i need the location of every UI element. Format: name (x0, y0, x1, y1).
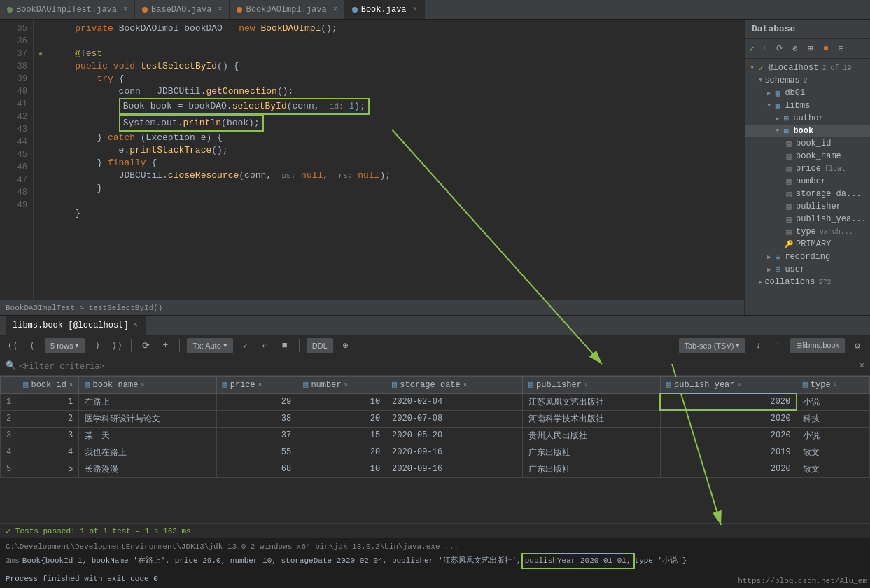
tab-basedao[interactable]: BaseDAO.java × (135, 0, 230, 19)
th-publisher[interactable]: ▤ publisher ⇅ (522, 377, 660, 394)
cell-storage-date[interactable]: 2020-05-20 (386, 427, 523, 444)
tab-close[interactable]: × (218, 6, 222, 13)
cell-price[interactable]: 37 (216, 427, 297, 444)
cell-number[interactable]: 15 (297, 427, 386, 444)
nav-first-icon[interactable]: ⟨⟨ (6, 339, 20, 353)
bottom-tab-close[interactable]: × (133, 321, 138, 330)
cell-book-name[interactable]: 我也在路上 (79, 444, 216, 461)
db-item-book[interactable]: ▼ ⊞ book (745, 125, 870, 137)
th-number[interactable]: ▤ number ⇅ (297, 377, 386, 394)
tab-sep-dropdown[interactable]: Tab-sep (TSV) ▾ (679, 338, 746, 354)
sort-icon[interactable]: ⇅ (258, 381, 262, 388)
cell-storage-date[interactable]: 2020-09-16 (386, 461, 523, 477)
cell-type[interactable]: 散文 (797, 444, 869, 461)
cell-publisher[interactable]: 广东出版社 (522, 444, 660, 461)
filter-icon[interactable]: ⊞ (805, 43, 816, 55)
cell-number[interactable]: 10 (297, 461, 386, 477)
th-type[interactable]: ▤ type ⇅ (797, 377, 869, 394)
cell-publish-year[interactable]: 2019 (660, 444, 797, 461)
tab-close[interactable]: × (123, 6, 127, 13)
th-book-id[interactable]: ▤ book_id ⇅ (17, 377, 79, 394)
cell-type[interactable]: 散文 (797, 461, 869, 477)
db-item-recording[interactable]: ▶ ⊞ recording (745, 251, 870, 263)
db-item-type[interactable]: ▤ type varch... (745, 225, 870, 238)
db-item-author[interactable]: ▶ ⊞ author (745, 112, 870, 125)
sort-icon[interactable]: ⇅ (584, 381, 588, 388)
settings-icon[interactable]: ⚙ (850, 339, 864, 353)
cell-publisher[interactable]: 河南科学技术出版社 (522, 410, 660, 427)
sort-icon[interactable]: ⇅ (738, 381, 741, 388)
cell-publish-year[interactable]: 2020 (660, 427, 797, 444)
cell-storage-date[interactable]: 2020-02-04 (386, 393, 523, 410)
db-item-libms[interactable]: ▼ ▦ libms (745, 99, 870, 112)
db-item-price[interactable]: ▤ price float (745, 162, 870, 175)
cell-price[interactable]: 55 (216, 444, 297, 461)
db-item-localhost[interactable]: ▼ ✓ @localhost 2 of 19 (745, 62, 870, 74)
grid-icon[interactable]: ⊟ (836, 43, 847, 55)
sort-icon[interactable]: ⇅ (141, 381, 144, 388)
cell-publisher[interactable]: 江苏凤凰文艺出版社 (522, 393, 660, 410)
cell-storage-date[interactable]: 2020-07-08 (386, 410, 523, 427)
cell-publish-year[interactable]: 2020 (660, 393, 797, 410)
tab-close[interactable]: × (413, 6, 417, 13)
tab-bookdaoimpl[interactable]: BookDAOImpl.java × (230, 0, 344, 19)
rows-dropdown[interactable]: 5 rows ▾ (45, 338, 85, 354)
stop-icon[interactable]: ■ (820, 43, 832, 55)
cell-price[interactable]: 38 (216, 410, 297, 427)
th-price[interactable]: ▤ price ⇅ (216, 377, 297, 394)
cell-book-name[interactable]: 某一天 (79, 427, 216, 444)
settings-icon[interactable]: ⚙ (790, 43, 801, 55)
cell-type[interactable]: 小说 (797, 427, 869, 444)
cell-price[interactable]: 29 (216, 393, 297, 410)
sort-icon[interactable]: ⇅ (344, 381, 348, 388)
cell-book-name[interactable]: 在路上 (79, 393, 216, 410)
filter-close-icon[interactable]: × (860, 361, 864, 371)
nav-prev-icon[interactable]: ⟨ (25, 339, 39, 353)
db-name-button[interactable]: ⊞libms.book (790, 338, 845, 354)
table-row[interactable]: 1 1 在路上 29 10 2020-02-04 江苏凤凰文艺出版社 2020 … (1, 393, 870, 410)
tab-book[interactable]: Book.java × (345, 0, 425, 19)
sort-icon[interactable]: ⇅ (69, 381, 73, 388)
nav-next-icon[interactable]: ⟩ (90, 339, 104, 353)
db-tree[interactable]: ▼ ✓ @localhost 2 of 19 ▼ schemas 2 ▶ ▦ d… (745, 59, 870, 315)
bottom-tab-libms[interactable]: libms.book [@localhost] × (6, 316, 146, 335)
add-icon[interactable]: + (759, 43, 770, 55)
cell-publisher[interactable]: 贵州人民出版社 (522, 427, 660, 444)
table-row[interactable]: 3 3 某一天 37 15 2020-05-20 贵州人民出版社 2020 小说 (1, 427, 870, 444)
cell-number[interactable]: 20 (297, 410, 386, 427)
cell-number[interactable]: 20 (297, 444, 386, 461)
ddl-button[interactable]: DDL (307, 338, 333, 354)
commit-icon[interactable]: ✓ (239, 339, 253, 353)
db-item-publish-year[interactable]: ▤ publish_yea... (745, 213, 870, 225)
th-storage-date[interactable]: ▤ storage_date ⇅ (386, 377, 523, 394)
db-item-book-id[interactable]: ▤ book_id (745, 137, 870, 150)
tab-close[interactable]: × (333, 6, 337, 13)
db-item-db01[interactable]: ▶ ▦ db01 (745, 87, 870, 99)
sort-icon[interactable]: ⇅ (463, 381, 467, 388)
th-book-name[interactable]: ▤ book_name ⇅ (79, 377, 216, 394)
cancel-icon[interactable]: ■ (278, 339, 292, 353)
upload-icon[interactable]: ↑ (771, 339, 785, 353)
cell-book-id[interactable]: 3 (17, 427, 79, 444)
table-row[interactable]: 4 4 我也在路上 55 20 2020-09-16 广东出版社 2019 散文 (1, 444, 870, 461)
sort-icon[interactable]: ⇅ (834, 381, 837, 388)
cell-book-name[interactable]: 长路漫漫 (79, 461, 216, 477)
db-item-storage-date[interactable]: ▤ storage_da... (745, 188, 870, 200)
cell-book-id[interactable]: 4 (17, 444, 79, 461)
table-row[interactable]: 2 2 医学科研设计与论文 38 20 2020-07-08 河南科学技术出版社… (1, 410, 870, 427)
download-icon[interactable]: ↓ (751, 339, 765, 353)
data-table-wrap[interactable]: ▤ book_id ⇅ ▤ book_name ⇅ (0, 376, 870, 523)
cell-book-id[interactable]: 2 (17, 410, 79, 427)
cell-publish-year[interactable]: 2020 (660, 410, 797, 427)
cell-book-id[interactable]: 5 (17, 461, 79, 477)
cell-type[interactable]: 小说 (797, 393, 869, 410)
code-lines[interactable]: private BookDAOImpl bookDAO = new BookDA… (48, 20, 744, 300)
db-item-user[interactable]: ▶ ⊞ user (745, 263, 870, 276)
db-item-collations[interactable]: ▶ collations 272 (745, 276, 870, 288)
cell-storage-date[interactable]: 2020-09-16 (386, 444, 523, 461)
rollback-icon[interactable]: ↩ (258, 339, 272, 353)
cell-publish-year[interactable]: 2020 (660, 461, 797, 477)
db-item-publisher[interactable]: ▤ publisher (745, 200, 870, 213)
add-row-icon[interactable]: + (158, 339, 172, 353)
cell-book-id[interactable]: 1 (17, 393, 79, 410)
